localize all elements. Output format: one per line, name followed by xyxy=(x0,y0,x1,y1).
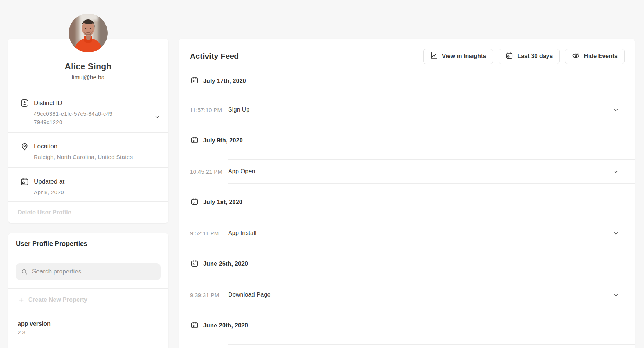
field-label: Distinct ID xyxy=(34,99,114,107)
calendar-icon xyxy=(191,260,198,269)
button-label: Last 30 days xyxy=(517,53,553,59)
field-value: Raleigh, North Carolina, United States xyxy=(34,153,133,161)
event-time: 9:39:31 PM xyxy=(190,292,228,298)
feed-date-label: July 1st, 2020 xyxy=(203,199,242,206)
button-label: Hide Events xyxy=(584,53,618,59)
feed-date-group: July 17th, 2020 11:57:10 PM Sign Up xyxy=(179,64,635,122)
field-value: 49cc0381-e1fc-57c5-84a0-c497949c1220 xyxy=(34,109,114,126)
search-icon xyxy=(21,268,28,275)
create-property-row[interactable]: Create New Property xyxy=(8,288,168,311)
properties-title: User Profile Properties xyxy=(8,233,168,254)
plus-icon xyxy=(18,297,25,304)
profile-name: Alice Singh xyxy=(8,62,168,72)
profile-field: Distinct ID 49cc0381-e1fc-57c5-84a0-c497… xyxy=(8,89,168,132)
feed-date-header: July 17th, 2020 xyxy=(179,64,635,98)
property-name: app version xyxy=(18,320,168,327)
contact-card-icon xyxy=(20,99,29,108)
profile-email: limuj@he.ba xyxy=(8,74,168,81)
feed-date-label: July 17th, 2020 xyxy=(203,78,246,84)
field-value: Apr 8, 2020 xyxy=(34,188,64,196)
calendar-icon xyxy=(191,321,198,330)
calendar-icon xyxy=(191,76,198,86)
event-time: 11:57:10 PM xyxy=(190,107,228,113)
search-properties-input[interactable] xyxy=(32,268,155,275)
activity-feed-title: Activity Feed xyxy=(190,52,239,61)
profile-field: Location Raleigh, North Carolina, United… xyxy=(8,132,168,167)
location-pin-icon xyxy=(20,142,29,151)
chevron-down-icon[interactable] xyxy=(155,114,160,120)
line-chart-icon xyxy=(430,52,438,61)
divider xyxy=(228,344,635,345)
feed-date-header: July 1st, 2020 xyxy=(179,184,635,221)
property-value: 2.3 xyxy=(18,329,168,336)
calendar-icon xyxy=(191,136,198,145)
delete-user-profile-button[interactable]: Delete User Profile xyxy=(18,209,71,215)
property-list: app version 2.3 xyxy=(8,311,168,343)
feed-date-label: June 20th, 2020 xyxy=(203,322,248,329)
chevron-down-icon[interactable] xyxy=(613,169,619,174)
user-profile-card: Alice Singh limuj@he.ba Distinct ID 49cc… xyxy=(8,39,168,223)
event-row[interactable]: 9:52:11 PM App Install xyxy=(179,221,635,245)
event-name: App Install xyxy=(228,230,613,236)
field-label: Updated at xyxy=(34,178,64,185)
feed-actions: View in Insights Last 30 days Hide Event… xyxy=(423,49,625,64)
event-row[interactable]: 10:45:21 PM App Open xyxy=(179,160,635,183)
button-label: View in Insights xyxy=(442,53,486,59)
hide-events-button[interactable]: Hide Events xyxy=(565,49,625,64)
event-name: Sign Up xyxy=(228,106,613,113)
feed-date-header: July 9th, 2020 xyxy=(179,122,635,159)
event-time: 9:52:11 PM xyxy=(190,230,228,236)
feed-date-header: June 26th, 2020 xyxy=(179,245,635,283)
profile-fields: Distinct ID 49cc0381-e1fc-57c5-84a0-c497… xyxy=(8,89,168,201)
create-new-property-button[interactable]: Create New Property xyxy=(28,297,87,303)
search-block xyxy=(8,254,168,288)
activity-feed-card: Activity Feed View in Insights Last 30 d… xyxy=(179,39,635,348)
chevron-down-icon[interactable] xyxy=(613,107,619,113)
field-label: Location xyxy=(34,142,133,150)
chevron-down-icon[interactable] xyxy=(613,292,619,298)
feed-date-group: July 1st, 2020 9:52:11 PM App Install xyxy=(179,184,635,245)
feed-date-header: June 20th, 2020 xyxy=(179,307,635,344)
eye-off-icon xyxy=(572,52,580,61)
feed-date-label: June 26th, 2020 xyxy=(203,261,248,267)
calendar-icon xyxy=(20,177,29,186)
event-row[interactable]: 9:39:31 PM Download Page xyxy=(179,283,635,307)
event-time: 10:45:21 PM xyxy=(190,168,228,175)
calendar-icon xyxy=(191,198,198,207)
user-profile-properties-card: User Profile Properties Create New Prope… xyxy=(8,233,168,348)
activity-feed-list: July 17th, 2020 11:57:10 PM Sign Up July… xyxy=(179,64,635,345)
calendar-icon xyxy=(506,52,513,61)
feed-date-group: June 26th, 2020 9:39:31 PM Download Page xyxy=(179,245,635,307)
left-column: Alice Singh limuj@he.ba Distinct ID 49cc… xyxy=(8,39,168,348)
delete-profile-row: Delete User Profile xyxy=(8,201,168,223)
feed-date-group: July 9th, 2020 10:45:21 PM App Open xyxy=(179,122,635,184)
activity-feed-header: Activity Feed View in Insights Last 30 d… xyxy=(179,39,635,64)
event-row[interactable]: 11:57:10 PM Sign Up xyxy=(179,98,635,122)
property-item: app version 2.3 xyxy=(8,311,168,343)
view-in-insights-button[interactable]: View in Insights xyxy=(423,49,493,64)
event-name: Download Page xyxy=(228,291,613,298)
avatar-image xyxy=(69,14,108,52)
avatar xyxy=(69,14,108,52)
feed-date-group: June 20th, 2020 xyxy=(179,307,635,345)
profile-field: Updated at Apr 8, 2020 xyxy=(8,167,168,201)
feed-date-label: July 9th, 2020 xyxy=(203,137,243,144)
last-30-days-button[interactable]: Last 30 days xyxy=(499,49,560,64)
event-name: App Open xyxy=(228,168,613,175)
chevron-down-icon[interactable] xyxy=(613,231,619,236)
search-box[interactable] xyxy=(16,263,161,280)
